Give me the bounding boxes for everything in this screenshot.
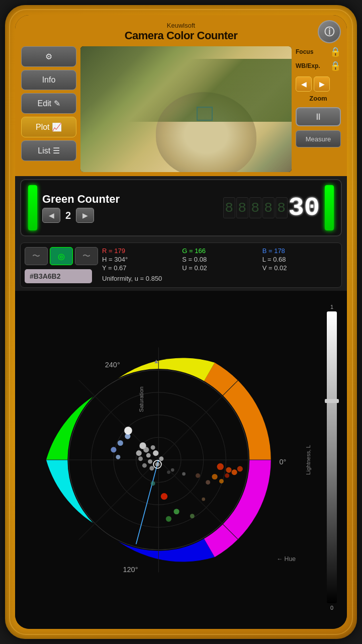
uniformity-value: Uniformity, u = 0.850 bbox=[102, 275, 337, 282]
svg-text:120°: 120° bbox=[123, 566, 138, 574]
list-label: List ☰ bbox=[38, 146, 59, 155]
digit-3: 8 bbox=[249, 197, 261, 218]
color-info-panel: 〜 ◎ 〜 #B3A6B2 R = 179 bbox=[20, 243, 342, 288]
svg-text:0°: 0° bbox=[280, 458, 287, 466]
top-section: Keuwlsoft Camera Color Counter ⓘ ⚙ Info bbox=[15, 15, 347, 176]
settings-button[interactable]: ⚙ bbox=[21, 46, 76, 67]
wb-lock-icon: 🔒 bbox=[330, 60, 341, 71]
svg-point-20 bbox=[151, 445, 155, 450]
svg-point-46 bbox=[190, 514, 195, 518]
focus-lock-icon: 🔒 bbox=[330, 46, 341, 57]
color-info-section: 〜 ◎ 〜 #B3A6B2 R = 179 bbox=[15, 239, 347, 291]
svg-point-42 bbox=[173, 509, 179, 514]
zoom-label: Zoom bbox=[296, 95, 341, 102]
green-bar-right bbox=[325, 185, 334, 230]
tab-row: 〜 ◎ 〜 bbox=[25, 247, 98, 265]
svg-point-25 bbox=[142, 463, 147, 468]
color-values-grid: R = 179 G = 166 B = 178 H = 304° S = 0.0… bbox=[102, 247, 337, 282]
zoom-row: ◀ ▶ bbox=[296, 76, 341, 92]
l-value: L = 0.68 bbox=[262, 256, 337, 263]
history-icon: 〜 bbox=[82, 251, 90, 262]
svg-text:Saturation: Saturation bbox=[138, 386, 144, 412]
lightness-gradient[interactable] bbox=[327, 311, 337, 603]
device-body: Keuwlsoft Camera Color Counter ⓘ ⚙ Info bbox=[5, 5, 357, 639]
digit-4: 8 bbox=[262, 197, 275, 218]
camera-image bbox=[80, 46, 292, 172]
tab-history[interactable]: 〜 bbox=[75, 247, 98, 265]
tab-waveform[interactable]: 〜 bbox=[25, 247, 48, 265]
tab-circle[interactable]: ◎ bbox=[50, 247, 73, 265]
lightness-top-label: 1 bbox=[330, 304, 333, 310]
counter-nav: ◀ 2 ▶ bbox=[42, 208, 218, 223]
right-controls: Focus 🔒 WB/Exp. 🔒 ◀ ▶ Zoom ⏸ bbox=[296, 46, 341, 172]
info-circle-button[interactable]: ⓘ bbox=[318, 20, 341, 43]
r-value: R = 179 bbox=[102, 247, 177, 255]
svg-text:240°: 240° bbox=[105, 361, 120, 369]
y-value: Y = 0.67 bbox=[102, 264, 177, 272]
svg-point-34 bbox=[124, 427, 132, 435]
svg-point-31 bbox=[118, 440, 123, 446]
svg-point-18 bbox=[136, 450, 142, 456]
green-bar-left bbox=[28, 185, 37, 230]
plot-label: Plot 📈 bbox=[36, 122, 62, 132]
svg-point-41 bbox=[219, 479, 224, 484]
svg-point-19 bbox=[143, 447, 149, 452]
svg-point-26 bbox=[159, 456, 163, 461]
h-value: H = 304° bbox=[102, 256, 177, 263]
lightness-axis-label: Lightness, L bbox=[305, 445, 311, 474]
chart-svg: ▲ Saturation 240° 120° 0° ← Hue bbox=[18, 294, 344, 626]
measure-label: Measure bbox=[306, 135, 331, 143]
svg-point-36 bbox=[226, 467, 231, 473]
svg-point-45 bbox=[161, 493, 167, 500]
pause-button[interactable]: ⏸ bbox=[296, 107, 341, 126]
digit-2: 8 bbox=[236, 197, 248, 218]
svg-point-50 bbox=[167, 470, 170, 474]
plot-button[interactable]: Plot 📈 bbox=[21, 117, 76, 137]
polar-chart: ▲ Saturation 240° 120° 0° ← Hue bbox=[18, 294, 344, 626]
svg-point-37 bbox=[232, 469, 237, 475]
v-value: V = 0.02 bbox=[262, 264, 337, 272]
counter-index: 2 bbox=[65, 210, 71, 221]
counter-middle: Green Counter ◀ 2 ▶ bbox=[42, 193, 218, 223]
list-button[interactable]: List ☰ bbox=[21, 140, 76, 161]
circle-icon: ◎ bbox=[58, 252, 65, 261]
info-circle-icon: ⓘ bbox=[324, 25, 334, 39]
device-inner: Keuwlsoft Camera Color Counter ⓘ ⚙ Info bbox=[15, 15, 347, 629]
lightness-bar[interactable]: 1 0 bbox=[325, 304, 339, 611]
svg-text:▲: ▲ bbox=[153, 358, 159, 365]
waveform-icon: 〜 bbox=[32, 251, 40, 262]
edit-button[interactable]: Edit ✎ bbox=[21, 93, 76, 114]
counter-name: Green Counter bbox=[42, 193, 218, 206]
svg-point-51 bbox=[196, 473, 200, 478]
lightness-bottom-label: 0 bbox=[330, 605, 333, 611]
svg-point-44 bbox=[151, 481, 155, 486]
info-button[interactable]: Info bbox=[21, 70, 76, 90]
pause-icon: ⏸ bbox=[314, 112, 323, 122]
svg-point-38 bbox=[237, 466, 243, 471]
zoom-left-button[interactable]: ◀ bbox=[296, 76, 312, 92]
lightness-thumb[interactable] bbox=[325, 399, 339, 403]
svg-point-28 bbox=[149, 466, 154, 470]
digit-display: 8 8 8 8 8 30 bbox=[223, 193, 320, 223]
g-value: G = 166 bbox=[182, 247, 257, 255]
main-control-row: ⚙ Info Edit ✎ Plot 📈 List ☰ bbox=[21, 46, 341, 172]
next-counter-button[interactable]: ▶ bbox=[76, 208, 94, 223]
camera-view bbox=[80, 46, 292, 172]
svg-point-27 bbox=[155, 462, 160, 466]
zoom-right-button[interactable]: ▶ bbox=[314, 76, 330, 92]
svg-point-33 bbox=[116, 455, 120, 459]
info-label: Info bbox=[42, 75, 56, 85]
svg-point-32 bbox=[111, 447, 116, 452]
svg-point-47 bbox=[202, 498, 205, 501]
b-value: B = 178 bbox=[262, 247, 337, 255]
hex-color-box: #B3A6B2 bbox=[25, 269, 92, 283]
digit-5: 8 bbox=[276, 197, 288, 218]
svg-point-21 bbox=[146, 453, 151, 458]
focus-row: Focus 🔒 bbox=[296, 46, 341, 57]
prev-counter-button[interactable]: ◀ bbox=[42, 208, 60, 223]
measure-button[interactable]: Measure bbox=[296, 130, 341, 147]
svg-point-40 bbox=[212, 474, 217, 479]
svg-point-24 bbox=[148, 459, 152, 464]
svg-text:← Hue: ← Hue bbox=[277, 555, 296, 562]
plot-section: ▲ Saturation 240° 120° 0° ← Hue bbox=[15, 291, 347, 629]
